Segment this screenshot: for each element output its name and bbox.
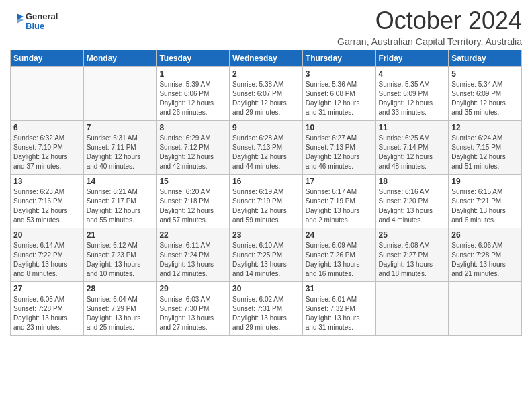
- day-info: Sunrise: 5:36 AM Sunset: 6:08 PM Dayligh…: [306, 80, 373, 118]
- day-info: Sunrise: 6:28 AM Sunset: 7:13 PM Dayligh…: [232, 134, 300, 171]
- day-number: 27: [13, 284, 81, 293]
- day-number: 10: [306, 123, 373, 132]
- title-section: October 2024 Garran, Australian Capital …: [337, 7, 522, 47]
- calendar-cell: 5Sunrise: 5:34 AM Sunset: 6:09 PM Daylig…: [449, 67, 522, 121]
- calendar-cell: 9Sunrise: 6:28 AM Sunset: 7:13 PM Daylig…: [230, 121, 303, 175]
- calendar-cell: 31Sunrise: 6:01 AM Sunset: 7:32 PM Dayli…: [302, 282, 375, 336]
- week-row-5: 27Sunrise: 6:05 AM Sunset: 7:28 PM Dayli…: [11, 282, 522, 336]
- day-info: Sunrise: 6:03 AM Sunset: 7:30 PM Dayligh…: [159, 295, 226, 332]
- day-number: 22: [159, 230, 226, 240]
- calendar-header: SundayMondayTuesdayWednesdayThursdayFrid…: [11, 50, 522, 67]
- day-number: 23: [232, 230, 300, 240]
- day-info: Sunrise: 6:21 AM Sunset: 7:17 PM Dayligh…: [87, 187, 154, 225]
- day-number: 26: [451, 230, 519, 240]
- day-number: 19: [451, 177, 519, 186]
- day-info: Sunrise: 6:10 AM Sunset: 7:25 PM Dayligh…: [232, 241, 300, 279]
- calendar-cell: 1Sunrise: 5:39 AM Sunset: 6:06 PM Daylig…: [157, 67, 230, 121]
- day-info: Sunrise: 5:38 AM Sunset: 6:07 PM Dayligh…: [232, 80, 300, 118]
- day-info: Sunrise: 6:09 AM Sunset: 7:26 PM Dayligh…: [306, 241, 373, 279]
- day-number: 11: [379, 123, 446, 132]
- calendar-cell: 19Sunrise: 6:15 AM Sunset: 7:21 PM Dayli…: [449, 175, 522, 228]
- calendar-cell: 15Sunrise: 6:20 AM Sunset: 7:18 PM Dayli…: [157, 175, 230, 228]
- day-number: 31: [306, 284, 373, 293]
- calendar-cell: 16Sunrise: 6:19 AM Sunset: 7:19 PM Dayli…: [230, 175, 303, 228]
- day-info: Sunrise: 6:11 AM Sunset: 7:24 PM Dayligh…: [159, 241, 226, 279]
- day-info: Sunrise: 6:29 AM Sunset: 7:12 PM Dayligh…: [159, 134, 226, 171]
- logo-flag-icon: [10, 13, 24, 30]
- calendar-cell: 20Sunrise: 6:14 AM Sunset: 7:22 PM Dayli…: [11, 228, 84, 282]
- day-number: 30: [232, 284, 300, 293]
- day-info: Sunrise: 6:17 AM Sunset: 7:19 PM Dayligh…: [306, 187, 373, 225]
- month-title: October 2024: [337, 7, 522, 35]
- day-number: 18: [379, 177, 446, 186]
- header-cell-sunday: Sunday: [11, 50, 84, 67]
- calendar-cell: 12Sunrise: 6:24 AM Sunset: 7:15 PM Dayli…: [449, 121, 522, 175]
- calendar-cell: 27Sunrise: 6:05 AM Sunset: 7:28 PM Dayli…: [11, 282, 84, 336]
- day-number: 8: [159, 123, 226, 132]
- day-number: 6: [13, 123, 81, 132]
- calendar-cell: [449, 282, 522, 336]
- day-number: 24: [306, 230, 373, 240]
- day-number: 14: [87, 177, 154, 186]
- day-number: 2: [232, 69, 300, 79]
- day-info: Sunrise: 6:04 AM Sunset: 7:29 PM Dayligh…: [87, 295, 154, 332]
- logo-blue: Blue: [26, 21, 58, 31]
- day-info: Sunrise: 6:15 AM Sunset: 7:21 PM Dayligh…: [451, 187, 519, 225]
- calendar-cell: 29Sunrise: 6:03 AM Sunset: 7:30 PM Dayli…: [157, 282, 230, 336]
- subtitle: Garran, Australian Capital Territory, Au…: [337, 36, 522, 47]
- day-number: 1: [159, 69, 226, 79]
- calendar-cell: 26Sunrise: 6:06 AM Sunset: 7:28 PM Dayli…: [449, 228, 522, 282]
- day-info: Sunrise: 6:27 AM Sunset: 7:13 PM Dayligh…: [306, 134, 373, 171]
- day-info: Sunrise: 6:02 AM Sunset: 7:31 PM Dayligh…: [232, 295, 300, 332]
- calendar-cell: 10Sunrise: 6:27 AM Sunset: 7:13 PM Dayli…: [302, 121, 375, 175]
- day-info: Sunrise: 5:35 AM Sunset: 6:09 PM Dayligh…: [379, 80, 446, 118]
- day-number: 29: [159, 284, 226, 293]
- logo-general: General: [26, 12, 58, 21]
- day-number: 3: [306, 69, 373, 79]
- day-info: Sunrise: 6:31 AM Sunset: 7:11 PM Dayligh…: [87, 134, 154, 171]
- day-info: Sunrise: 6:32 AM Sunset: 7:10 PM Dayligh…: [13, 134, 81, 171]
- day-info: Sunrise: 5:39 AM Sunset: 6:06 PM Dayligh…: [159, 80, 226, 118]
- calendar-cell: [83, 67, 157, 121]
- calendar-cell: 4Sunrise: 5:35 AM Sunset: 6:09 PM Daylig…: [375, 67, 449, 121]
- day-number: 12: [451, 123, 519, 132]
- calendar-cell: 24Sunrise: 6:09 AM Sunset: 7:26 PM Dayli…: [302, 228, 375, 282]
- week-row-1: 1Sunrise: 5:39 AM Sunset: 6:06 PM Daylig…: [11, 67, 522, 121]
- calendar-cell: 7Sunrise: 6:31 AM Sunset: 7:11 PM Daylig…: [83, 121, 157, 175]
- calendar-cell: 2Sunrise: 5:38 AM Sunset: 6:07 PM Daylig…: [230, 67, 303, 121]
- day-number: 16: [232, 177, 300, 186]
- day-info: Sunrise: 6:12 AM Sunset: 7:23 PM Dayligh…: [87, 241, 154, 279]
- day-info: Sunrise: 6:25 AM Sunset: 7:14 PM Dayligh…: [379, 134, 446, 171]
- calendar-cell: 14Sunrise: 6:21 AM Sunset: 7:17 PM Dayli…: [83, 175, 157, 228]
- day-number: 13: [13, 177, 81, 186]
- calendar-cell: 23Sunrise: 6:10 AM Sunset: 7:25 PM Dayli…: [230, 228, 303, 282]
- header-cell-wednesday: Wednesday: [230, 50, 303, 67]
- calendar-cell: 6Sunrise: 6:32 AM Sunset: 7:10 PM Daylig…: [11, 121, 84, 175]
- header-row: SundayMondayTuesdayWednesdayThursdayFrid…: [11, 50, 522, 67]
- week-row-4: 20Sunrise: 6:14 AM Sunset: 7:22 PM Dayli…: [11, 228, 522, 282]
- day-number: 4: [379, 69, 446, 79]
- calendar-cell: 3Sunrise: 5:36 AM Sunset: 6:08 PM Daylig…: [302, 67, 375, 121]
- day-number: 9: [232, 123, 300, 132]
- header-cell-friday: Friday: [375, 50, 449, 67]
- calendar-cell: 25Sunrise: 6:08 AM Sunset: 7:27 PM Dayli…: [375, 228, 449, 282]
- day-info: Sunrise: 6:23 AM Sunset: 7:16 PM Dayligh…: [13, 187, 81, 225]
- day-number: 17: [306, 177, 373, 186]
- calendar-cell: [375, 282, 449, 336]
- day-info: Sunrise: 6:20 AM Sunset: 7:18 PM Dayligh…: [159, 187, 226, 225]
- day-number: 5: [451, 69, 519, 79]
- week-row-3: 13Sunrise: 6:23 AM Sunset: 7:16 PM Dayli…: [11, 175, 522, 228]
- day-info: Sunrise: 6:08 AM Sunset: 7:27 PM Dayligh…: [379, 241, 446, 279]
- header-cell-tuesday: Tuesday: [157, 50, 230, 67]
- calendar-cell: 22Sunrise: 6:11 AM Sunset: 7:24 PM Dayli…: [157, 228, 230, 282]
- day-info: Sunrise: 6:24 AM Sunset: 7:15 PM Dayligh…: [451, 134, 519, 171]
- day-number: 25: [379, 230, 446, 240]
- header-cell-monday: Monday: [83, 50, 157, 67]
- calendar-cell: 11Sunrise: 6:25 AM Sunset: 7:14 PM Dayli…: [375, 121, 449, 175]
- day-info: Sunrise: 6:06 AM Sunset: 7:28 PM Dayligh…: [451, 241, 519, 279]
- calendar-cell: 8Sunrise: 6:29 AM Sunset: 7:12 PM Daylig…: [157, 121, 230, 175]
- logo-container: General Blue: [10, 12, 58, 32]
- calendar-cell: 28Sunrise: 6:04 AM Sunset: 7:29 PM Dayli…: [83, 282, 157, 336]
- calendar-cell: 17Sunrise: 6:17 AM Sunset: 7:19 PM Dayli…: [302, 175, 375, 228]
- day-number: 20: [13, 230, 81, 240]
